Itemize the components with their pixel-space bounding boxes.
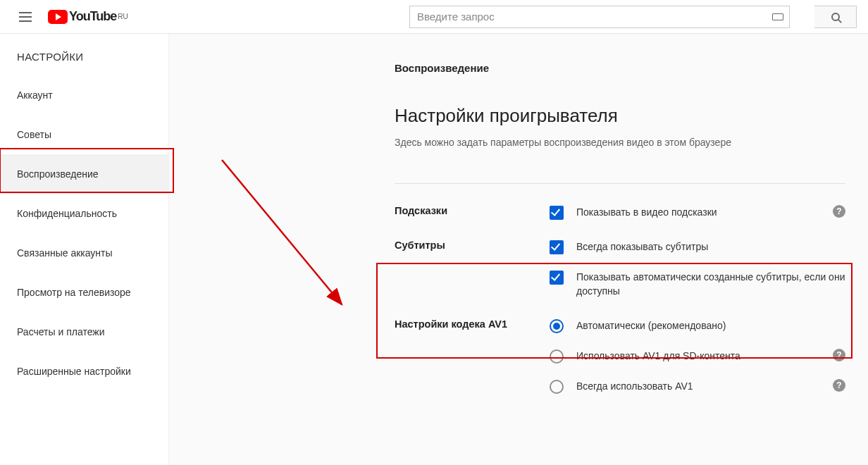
help-icon[interactable]: ? [833, 349, 845, 361]
checkbox-always-subtitles[interactable] [550, 240, 564, 254]
youtube-logo[interactable]: YouTube RU [48, 9, 128, 24]
help-icon[interactable]: ? [833, 205, 845, 218]
help-icon[interactable]: ? [833, 379, 845, 392]
option-always-subtitles: Всегда показывать субтитры [550, 240, 845, 254]
radio-av1-always[interactable] [550, 380, 564, 394]
setting-row-av1: Настройки кодека AV1 Автоматически (реко… [395, 318, 845, 394]
divider [395, 183, 845, 184]
option-av1-always: Всегда использовать AV1 ? [550, 379, 845, 394]
header: YouTube RU [0, 0, 868, 34]
section-label: Воспроизведение [395, 62, 845, 74]
options-hints: Показывать в видео подсказки ? [550, 205, 845, 220]
checkbox-auto-subtitles[interactable] [550, 271, 564, 285]
option-text: Показывать в видео подсказки [576, 205, 824, 219]
keyboard-icon [772, 13, 783, 20]
options-av1: Автоматически (рекомендовано) Использова… [550, 318, 845, 394]
logo-text: YouTube [69, 9, 116, 24]
search-icon [831, 13, 840, 21]
sidebar-item-label: Воспроизведение [17, 168, 99, 180]
option-auto-subtitles: Показывать автоматически созданные субти… [550, 270, 845, 299]
search-button[interactable] [814, 6, 857, 28]
sidebar-item-label: Просмотр на телевизоре [17, 287, 131, 298]
option-text: Показывать автоматически созданные субти… [576, 270, 845, 299]
logo-locale: RU [118, 13, 128, 20]
setting-row-hints: Подсказки Показывать в видео подсказки ? [395, 205, 845, 220]
radio-av1-sd[interactable] [550, 349, 564, 364]
option-av1-auto: Автоматически (рекомендовано) [550, 318, 845, 333]
content-inner: Воспроизведение Настройки проигрывателя … [395, 62, 845, 394]
menu-button[interactable] [11, 3, 39, 31]
sidebar-item-playback[interactable]: Воспроизведение [0, 154, 168, 194]
sidebar-item-label: Связанные аккаунты [17, 247, 113, 259]
setting-label-hints: Подсказки [395, 205, 550, 216]
page-description: Здесь можно задать параметры воспроизвед… [395, 137, 845, 148]
sidebar-item-linked-accounts[interactable]: Связанные аккаунты [0, 233, 168, 273]
sidebar-item-tv[interactable]: Просмотр на телевизоре [0, 273, 168, 312]
youtube-play-icon [48, 10, 68, 24]
setting-row-subtitles: Субтитры Всегда показывать субтитры Пока… [395, 240, 845, 299]
search-input[interactable] [409, 6, 790, 28]
sidebar-item-label: Расчеты и платежи [17, 326, 105, 337]
radio-av1-auto[interactable] [550, 319, 564, 333]
page-title: Настройки проигрывателя [395, 105, 845, 127]
search-container [409, 6, 857, 28]
hamburger-icon [19, 16, 32, 18]
option-text: Автоматически (рекомендовано) [576, 318, 845, 333]
settings-sidebar: НАСТРОЙКИ Аккаунт Советы Воспроизведение… [0, 34, 169, 465]
option-text: Всегда показывать субтитры [576, 240, 845, 254]
sidebar-item-label: Советы [17, 129, 51, 140]
sidebar-item-label: Аккаунт [17, 89, 53, 101]
sidebar-item-account[interactable]: Аккаунт [0, 75, 168, 115]
sidebar-title: НАСТРОЙКИ [0, 42, 168, 75]
option-text: Использовать AV1 для SD-контента [576, 349, 824, 363]
sidebar-item-billing[interactable]: Расчеты и платежи [0, 312, 168, 352]
option-show-hints: Показывать в видео подсказки ? [550, 205, 845, 220]
sidebar-item-advanced[interactable]: Расширенные настройки [0, 352, 168, 391]
sidebar-item-label: Конфиденциальность [17, 208, 117, 219]
option-text: Всегда использовать AV1 [576, 379, 824, 393]
sidebar-item-tips[interactable]: Советы [0, 115, 168, 154]
content-area: Воспроизведение Настройки проигрывателя … [169, 34, 868, 465]
sidebar-item-privacy[interactable]: Конфиденциальность [0, 194, 168, 233]
option-av1-sd: Использовать AV1 для SD-контента ? [550, 349, 845, 364]
keyboard-button[interactable] [765, 6, 790, 28]
sidebar-item-label: Расширенные настройки [17, 366, 131, 377]
page-body: НАСТРОЙКИ Аккаунт Советы Воспроизведение… [0, 34, 868, 465]
checkbox-show-hints[interactable] [550, 206, 564, 220]
setting-label-subtitles: Субтитры [395, 240, 550, 251]
options-subtitles: Всегда показывать субтитры Показывать ав… [550, 240, 845, 299]
setting-label-av1: Настройки кодека AV1 [395, 318, 550, 330]
